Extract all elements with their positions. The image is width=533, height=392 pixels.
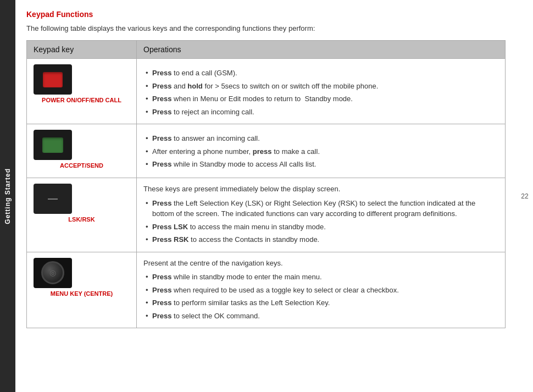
ops-cell-lsk: These keys are present immediately below… <box>137 178 506 252</box>
sidebar-label: Getting Started <box>4 168 12 224</box>
list-item: Press to perform similar tasks as the Le… <box>143 296 498 310</box>
ops-cell-power: Press to end a call (GSM). Press and hol… <box>137 59 506 124</box>
list-item: Press while in standby mode to enter the… <box>143 270 498 284</box>
list-item: Press LSK to access the main menu in sta… <box>143 220 498 234</box>
sidebar: Getting Started <box>0 0 15 392</box>
list-item: Press the Left Selection Key (LSK) or Ri… <box>143 197 498 220</box>
list-item: Press RSK to access the Contacts in stan… <box>143 233 498 246</box>
menu-key-image <box>34 258 72 288</box>
list-item: Press when in Menu or Edit modes to retu… <box>143 92 498 106</box>
main-content: Keypad Functions The following table dis… <box>15 0 517 392</box>
power-key-label: POWER ON/OFF/END CALL <box>34 97 130 103</box>
list-item: Press when required to be used as a togg… <box>143 284 498 297</box>
keypad-table: Keypad key Operations POWER ON/OFF/END C… <box>26 40 506 328</box>
list-item: Press while in Standby mode to access Al… <box>143 158 498 171</box>
accept-key-label: ACCEPT/SEND <box>34 162 130 169</box>
intro-text: The following table displays the various… <box>26 24 506 32</box>
ops-intro-menu: Present at the centre of the navigation … <box>143 258 498 269</box>
table-row: MENU KEY (CENTRE) Present at the centre … <box>27 252 506 328</box>
key-cell-menu: MENU KEY (CENTRE) <box>27 252 137 328</box>
menu-key-inner <box>41 261 64 284</box>
key-cell-accept: ACCEPT/SEND <box>27 124 137 178</box>
list-item: Press and hold for > 5secs to switch on … <box>143 80 498 93</box>
table-row: POWER ON/OFF/END CALL Press to end a cal… <box>27 59 506 124</box>
page-number: 22 <box>521 192 528 200</box>
lsk-key-image <box>34 184 72 214</box>
list-item: Press to answer an incoming call. <box>143 132 498 145</box>
list-item: Press to reject an incoming call. <box>143 106 498 119</box>
list-item: Press to select the OK command. <box>143 310 498 323</box>
ops-cell-menu: Present at the centre of the navigation … <box>137 252 506 328</box>
page-title: Keypad Functions <box>26 10 506 19</box>
key-cell-lsk: LSK/RSK <box>27 178 137 252</box>
accept-key-image <box>34 130 72 160</box>
ops-cell-accept: Press to answer an incoming call. After … <box>137 124 506 178</box>
ops-intro-lsk: These keys are present immediately below… <box>143 184 498 195</box>
col-header-key: Keypad key <box>27 41 137 59</box>
lsk-key-label: LSK/RSK <box>34 216 130 223</box>
table-row: ACCEPT/SEND Press to answer an incoming … <box>27 124 506 178</box>
table-row: LSK/RSK These keys are present immediate… <box>27 178 506 252</box>
list-item: Press to end a call (GSM). <box>143 67 498 80</box>
list-item: After entering a phone number, press to … <box>143 145 498 158</box>
right-margin: 22 <box>517 0 533 392</box>
power-key-image <box>34 64 72 95</box>
col-header-ops: Operations <box>137 41 506 59</box>
key-cell-power: POWER ON/OFF/END CALL <box>27 59 137 124</box>
menu-key-label: MENU KEY (CENTRE) <box>34 290 130 297</box>
